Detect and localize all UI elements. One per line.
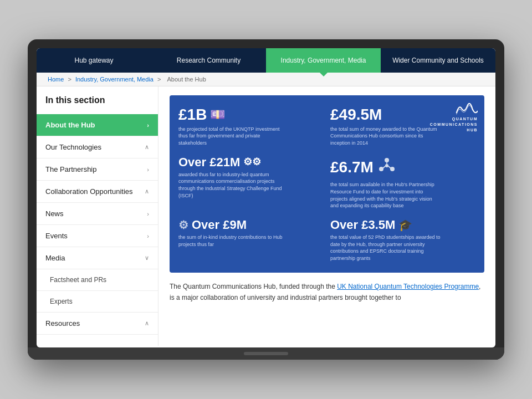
nav-industry-government-media[interactable]: Industry, Government, Media <box>266 48 381 73</box>
stat-67m-number: £6.7M <box>330 156 475 180</box>
breadcrumb-sep2: > <box>157 76 162 83</box>
laptop-base-notch <box>244 352 288 355</box>
sidebar-label-experts: Experts <box>50 298 73 305</box>
stat-1b: £1B 💷 the projected total of the UKNQTP … <box>178 104 324 149</box>
sidebar-label-factsheet: Factsheet and PRs <box>50 276 106 284</box>
sidebar-item-the-partnership[interactable]: The Partnership › <box>37 158 158 181</box>
sidebar-label-events: Events <box>45 232 68 240</box>
chevron-icon-3: ∧ <box>145 188 149 195</box>
sidebar-label-our-technologies: Our Technologies <box>45 143 101 151</box>
nav-wider-community[interactable]: Wider Community and Schools <box>381 48 495 73</box>
sidebar-item-collaboration-opportunities[interactable]: Collaboration Opportunities ∧ <box>37 181 158 203</box>
breadcrumb-section[interactable]: Industry, Government, Media <box>75 76 154 83</box>
stat-9m-desc: the sum of in-kind industry contribution… <box>178 234 289 248</box>
chevron-icon-6: ∨ <box>145 254 149 262</box>
stat-35m-number: Over £3.5M 🎓 <box>330 218 475 232</box>
breadcrumb-sep1: > <box>68 76 73 83</box>
chevron-icon-9: ∧ <box>145 320 149 327</box>
infographic: QUANTUM COMMUNICATIONS HUB £1B 💷 the pro… <box>170 95 484 273</box>
sidebar-label-resources: Resources <box>45 319 80 328</box>
sidebar-label-media: Media <box>45 254 65 262</box>
stat-67m-desc: the total sum available in the Hub's Par… <box>330 181 441 209</box>
sidebar-label-collaboration: Collaboration Opportunities <box>45 187 133 196</box>
stat-67m: £6.7M <box>330 154 475 212</box>
sidebar-section-title: In this section <box>37 95 158 114</box>
sidebar-item-events[interactable]: Events › <box>37 225 158 247</box>
body-intro: The Quantum Communications Hub, funded t… <box>170 283 337 290</box>
stat-35m: Over £3.5M 🎓 the total value of 52 PhD s… <box>330 216 475 264</box>
chevron-icon-4: › <box>147 211 149 217</box>
sidebar-label-the-partnership: The Partnership <box>45 165 97 173</box>
svg-point-0 <box>385 158 389 162</box>
breadcrumb-home[interactable]: Home <box>48 76 64 83</box>
nav-research-community[interactable]: Research Community <box>151 48 266 73</box>
stat-9m: ⚙ Over £9M the sum of in-kind industry c… <box>178 216 324 264</box>
quantum-hub-logo: QUANTUM COMMUNICATIONS HUB <box>430 102 478 132</box>
body-paragraph: The Quantum Communications Hub, funded t… <box>170 282 484 303</box>
gear2-icon: ⚙ <box>178 219 188 231</box>
sidebar-label-news: News <box>45 209 64 218</box>
nav-hub-gateway[interactable]: Hub gateway <box>37 48 151 73</box>
sidebar: In this section About the Hub › Our Tech… <box>37 86 158 346</box>
money-icon: 💷 <box>210 108 225 121</box>
stat-49m-desc: the total sum of money awarded to the Qu… <box>330 126 441 147</box>
sidebar-item-our-technologies[interactable]: Our Technologies ∧ <box>37 136 158 158</box>
sidebar-label-about-the-hub: About the Hub <box>45 121 95 129</box>
stat-21m-desc: awarded thus far to industry-led quantum… <box>178 171 289 199</box>
chevron-icon-2: › <box>147 166 149 173</box>
logo-line3: HUB <box>467 128 478 132</box>
sidebar-item-news[interactable]: News › <box>37 203 158 225</box>
sidebar-item-about-the-hub[interactable]: About the Hub › <box>37 114 158 136</box>
chevron-icon-5: › <box>147 233 149 239</box>
uknqtp-link[interactable]: UK National Quantum Technologies Program… <box>337 283 479 290</box>
svg-line-8 <box>388 166 391 169</box>
chevron-icon-1: ∧ <box>145 144 149 151</box>
stat-9m-number: ⚙ Over £9M <box>178 218 324 232</box>
svg-line-7 <box>382 166 386 169</box>
breadcrumb: Home > Industry, Government, Media > Abo… <box>37 73 495 86</box>
stat-1b-number: £1B 💷 <box>178 106 324 124</box>
stat-35m-desc: the total value of 52 PhD studentships a… <box>330 234 441 262</box>
stat-1b-desc: the projected total of the UKNQTP invest… <box>178 126 289 147</box>
main-layout: In this section About the Hub › Our Tech… <box>37 86 495 346</box>
breadcrumb-current: About the Hub <box>167 76 206 83</box>
laptop-frame: Hub gateway Research Community Industry,… <box>28 39 504 360</box>
sidebar-item-experts[interactable]: Experts <box>37 291 158 313</box>
top-navigation: Hub gateway Research Community Industry,… <box>37 48 495 73</box>
stat-49m-number: £49.5M <box>330 106 442 124</box>
stat-21m-number: Over £21M ⚙⚙ <box>178 156 324 169</box>
network-icon <box>377 156 397 180</box>
sidebar-item-media[interactable]: Media ∨ <box>37 247 158 269</box>
stat-21m: Over £21M ⚙⚙ awarded thus far to industr… <box>178 154 324 212</box>
logo-line1: QUANTUM <box>452 117 478 121</box>
main-content: QUANTUM COMMUNICATIONS HUB £1B 💷 the pro… <box>158 86 495 346</box>
logo-line2: COMMUNICATIONS <box>430 122 478 126</box>
gear-icon: ⚙⚙ <box>243 157 261 168</box>
sidebar-item-resources[interactable]: Resources ∧ <box>37 313 158 335</box>
laptop-base <box>28 347 504 360</box>
screen: Hub gateway Research Community Industry,… <box>37 48 495 347</box>
chevron-icon-0: › <box>147 122 149 129</box>
graduation-icon: 🎓 <box>398 219 412 231</box>
sidebar-item-factsheet[interactable]: Factsheet and PRs <box>37 269 158 291</box>
